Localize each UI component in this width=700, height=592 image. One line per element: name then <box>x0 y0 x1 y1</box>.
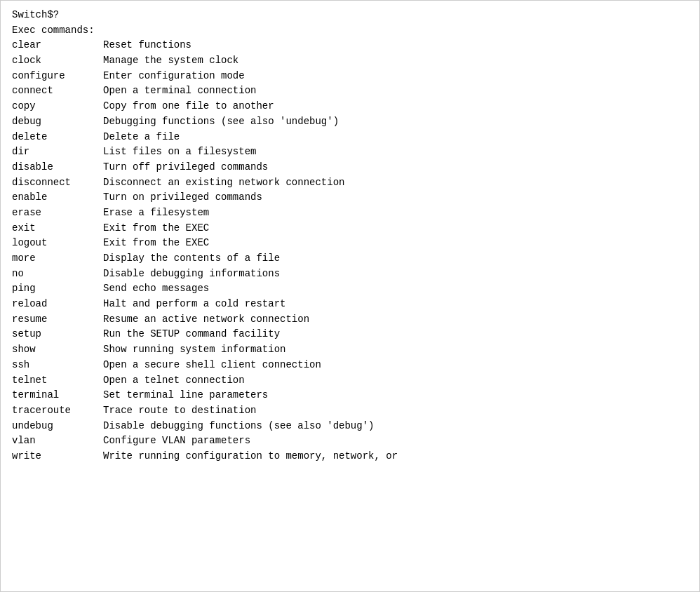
header-line: Exec commands: <box>12 23 688 39</box>
table-row: writeWrite running configuration to memo… <box>12 449 688 464</box>
command-name: no <box>12 267 103 282</box>
command-description: Resume an active network connection <box>103 312 309 328</box>
table-row: eraseErase a filesystem <box>12 206 688 221</box>
commands-list: clearReset functionsclockManage the syst… <box>12 38 688 464</box>
table-row: tracerouteTrace route to destination <box>12 403 688 419</box>
command-name: disconnect <box>12 175 103 191</box>
command-name: show <box>12 342 103 358</box>
command-description: Disable debugging functions (see also 'd… <box>103 419 374 434</box>
command-name: disable <box>12 160 103 175</box>
command-name: debug <box>12 114 103 130</box>
command-description: Exit from the EXEC <box>103 221 209 236</box>
command-description: List files on a filesystem <box>103 144 256 160</box>
command-name: logout <box>12 236 103 251</box>
command-description: Enter configuration mode <box>103 69 245 84</box>
command-name: setup <box>12 327 103 342</box>
command-description: Halt and perform a cold restart <box>103 297 285 312</box>
table-row: resumeResume an active network connectio… <box>12 312 688 328</box>
command-name: resume <box>12 312 103 328</box>
table-row: disconnectDisconnect an existing network… <box>12 175 688 191</box>
command-description: Run the SETUP command facility <box>103 327 280 342</box>
command-name: connect <box>12 83 103 99</box>
command-description: Reset functions <box>103 38 191 53</box>
command-description: Trace route to destination <box>103 403 256 419</box>
command-description: Turn off privileged commands <box>103 160 268 175</box>
table-row: disableTurn off privileged commands <box>12 160 688 175</box>
table-row: copyCopy from one file to another <box>12 99 688 114</box>
command-description: Copy from one file to another <box>103 99 274 114</box>
command-description: Delete a file <box>103 130 180 145</box>
command-name: ssh <box>12 358 103 373</box>
table-row: exitExit from the EXEC <box>12 221 688 236</box>
command-description: Open a secure shell client connection <box>103 358 321 373</box>
command-name: copy <box>12 99 103 114</box>
table-row: pingSend echo messages <box>12 281 688 297</box>
table-row: reloadHalt and perform a cold restart <box>12 297 688 312</box>
command-name: exit <box>12 221 103 236</box>
command-description: Send echo messages <box>103 281 209 297</box>
command-description: Open a telnet connection <box>103 373 245 389</box>
table-row: clearReset functions <box>12 38 688 53</box>
command-name: terminal <box>12 388 103 403</box>
command-name: telnet <box>12 373 103 389</box>
table-row: vlanConfigure VLAN parameters <box>12 433 688 449</box>
table-row: configureEnter configuration mode <box>12 69 688 84</box>
command-description: Display the contents of a file <box>103 251 280 267</box>
command-description: Configure VLAN parameters <box>103 433 250 449</box>
command-description: Open a terminal connection <box>103 83 256 99</box>
command-name: clear <box>12 38 103 53</box>
command-name: ping <box>12 281 103 297</box>
command-name: clock <box>12 53 103 69</box>
table-row: enableTurn on privileged commands <box>12 190 688 206</box>
command-description: Turn on privileged commands <box>103 190 262 206</box>
command-name: dir <box>12 144 103 160</box>
command-name: enable <box>12 190 103 206</box>
table-row: logoutExit from the EXEC <box>12 236 688 251</box>
table-row: moreDisplay the contents of a file <box>12 251 688 267</box>
command-name: erase <box>12 206 103 221</box>
table-row: noDisable debugging informations <box>12 267 688 282</box>
table-row: undebugDisable debugging functions (see … <box>12 419 688 434</box>
command-name: traceroute <box>12 403 103 419</box>
command-name: configure <box>12 69 103 84</box>
command-description: Write running configuration to memory, n… <box>103 449 398 464</box>
command-description: Exit from the EXEC <box>103 236 209 251</box>
table-row: setupRun the SETUP command facility <box>12 327 688 342</box>
command-name: write <box>12 449 103 464</box>
command-description: Erase a filesystem <box>103 206 209 221</box>
command-name: delete <box>12 130 103 145</box>
table-row: terminalSet terminal line parameters <box>12 388 688 403</box>
command-description: Debugging functions (see also 'undebug') <box>103 114 339 130</box>
table-row: connectOpen a terminal connection <box>12 83 688 99</box>
terminal-window: Switch$? Exec commands: clearReset funct… <box>0 0 700 592</box>
table-row: dirList files on a filesystem <box>12 144 688 160</box>
table-row: deleteDelete a file <box>12 130 688 145</box>
command-name: more <box>12 251 103 267</box>
table-row: clockManage the system clock <box>12 53 688 69</box>
prompt-line: Switch$? <box>12 8 688 23</box>
command-name: reload <box>12 297 103 312</box>
table-row: telnetOpen a telnet connection <box>12 373 688 389</box>
command-description: Set terminal line parameters <box>103 388 268 403</box>
table-row: sshOpen a secure shell client connection <box>12 358 688 373</box>
table-row: debugDebugging functions (see also 'unde… <box>12 114 688 130</box>
command-name: vlan <box>12 433 103 449</box>
command-description: Disable debugging informations <box>103 267 280 282</box>
command-description: Disconnect an existing network connectio… <box>103 175 344 191</box>
table-row: showShow running system information <box>12 342 688 358</box>
command-description: Manage the system clock <box>103 53 238 69</box>
command-name: undebug <box>12 419 103 434</box>
command-description: Show running system information <box>103 342 285 358</box>
